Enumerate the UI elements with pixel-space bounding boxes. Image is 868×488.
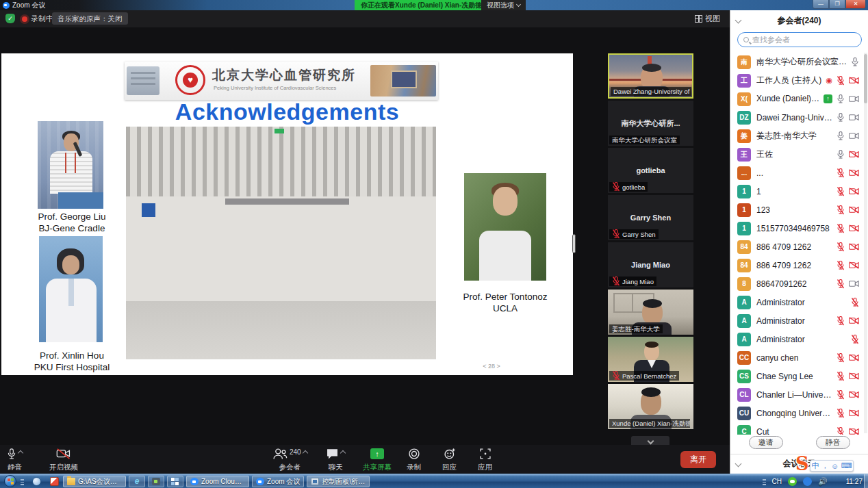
recording-dot-icon [22, 16, 27, 22]
participant-row[interactable]: 工工作人员 (主持人)◉ [730, 71, 865, 90]
photo-peter-tontonoz [464, 173, 546, 281]
participant-row[interactable]: 84886 4709 1262 [730, 256, 865, 274]
meeting-toolbar: 静音 开启视频 240 参会者 聊天 ↑ 共享屏幕 录制 回应 应用 [0, 445, 730, 474]
taskbar-button[interactable]: 控制面板\所有控制... [307, 476, 370, 487]
video-panel-drag-handle[interactable] [572, 234, 576, 253]
participant-row[interactable]: 11515770349469758 [730, 219, 865, 237]
sogou-ime-logo[interactable]: S [795, 454, 809, 473]
video-thumbnail[interactable]: Pascal Bernatchez [608, 337, 693, 382]
start-video-button[interactable]: 开启视频 [49, 448, 78, 472]
participant-row[interactable]: CCut [730, 422, 865, 435]
mic-muted-icon [612, 277, 620, 286]
search-input[interactable] [752, 36, 856, 44]
show-desktop-button[interactable] [864, 474, 868, 488]
participant-row[interactable]: 11 [730, 182, 865, 201]
taskbar-button-icon-only[interactable] [167, 476, 183, 487]
name-thumbnail[interactable]: Garry Shen Garry Shen [608, 195, 693, 240]
chevron-up-icon[interactable] [18, 450, 23, 456]
participant-search-box[interactable] [737, 32, 862, 47]
invite-button[interactable]: 邀请 [749, 436, 783, 449]
participant-row[interactable]: ...... [730, 164, 865, 182]
pinned-app-1[interactable] [30, 476, 42, 487]
participant-row[interactable]: CSChae Syng Lee [730, 367, 865, 385]
participant-avatar: C [737, 425, 751, 435]
taskbar-button[interactable]: G:\AS会议相关资料\... [63, 476, 126, 487]
apps-icon [479, 448, 492, 460]
original-sound-button[interactable]: 音乐家的原声：关闭 [52, 12, 128, 25]
record-label: 录制 [407, 463, 421, 472]
name-thumbnail[interactable]: 南华大学心研所...南华大学心研所会议室 [608, 101, 693, 146]
participants-scrollbar[interactable] [864, 53, 867, 433]
participant-row[interactable]: AAdministrator [730, 330, 865, 348]
record-button[interactable]: 录制 [407, 448, 421, 472]
share-screen-button[interactable]: ↑ 共享屏幕 [363, 448, 392, 472]
participant-row[interactable]: 南南华大学心研所会议室 (我) [730, 53, 865, 71]
ime-punctuation-toggle[interactable]: ， [821, 461, 829, 471]
ime-mode-toggle[interactable]: 中 [812, 461, 819, 471]
participant-row[interactable]: 84886 4709 1262 [730, 237, 865, 256]
system-tray: CH 🔊 11:27 [763, 474, 863, 488]
name-thumbnail[interactable]: gotlieba gotlieba [608, 148, 693, 193]
mute-all-button[interactable]: 静音 [816, 436, 850, 449]
participants-button[interactable]: 240 参会者 [272, 448, 307, 472]
video-thumbnail[interactable]: 姜志胜-南华大学 [608, 290, 693, 335]
recording-label: 录制中 [31, 14, 53, 24]
slide-header-banner: ♥ 北京大学心血管研究所 Peking University Institute… [125, 62, 438, 100]
participant-row[interactable]: 王王佐 [730, 145, 865, 164]
ime-keyboard-button[interactable]: ⌨ [841, 461, 852, 470]
taskbar-button-icon-only[interactable]: e [129, 476, 145, 487]
group-photo [126, 127, 436, 359]
reactions-button[interactable]: 回应 [442, 448, 457, 472]
language-indicator[interactable]: CH [772, 478, 782, 485]
participant-row[interactable]: 姜姜志胜-南华大学 [730, 127, 865, 145]
name-thumbnail[interactable]: Jiang Miao Jiang Miao [608, 242, 693, 287]
participant-row[interactable]: CCcanyu chen [730, 348, 865, 367]
chat-button[interactable]: 聊天 [326, 448, 345, 472]
taskbar-button[interactable]: Zoom 会议 [252, 476, 304, 487]
participant-row[interactable]: CUChongqing University Razi Ullah [730, 404, 865, 422]
participant-avatar: CC [737, 351, 751, 365]
maximize-button[interactable]: ❐ [829, 0, 845, 9]
app-tray-icon[interactable] [803, 477, 812, 486]
participant-name: 886 4709 1262 [756, 242, 834, 252]
participant-row[interactable]: AAdministrator [730, 293, 865, 311]
participant-avatar: A [737, 333, 751, 346]
chevron-up-icon[interactable] [340, 450, 346, 456]
video-thumbnail[interactable]: Xunde (Daniel) Xian-冼勋德 [608, 384, 693, 429]
mic-muted-icon [837, 279, 845, 289]
wechat-tray-icon[interactable] [788, 477, 797, 486]
volume-icon[interactable]: 🔊 [818, 477, 828, 486]
participant-row[interactable]: DZDawei Zhang-University of Albe... [730, 108, 865, 127]
search-icon [743, 37, 749, 42]
pinned-app-2[interactable] [48, 476, 60, 487]
view-options-button[interactable]: 视图选项 [481, 0, 526, 10]
chevron-up-icon[interactable] [302, 450, 307, 456]
label-xinlin-hou: Prof. Xinlin HouPKU First Hospital [10, 350, 134, 373]
participant-name: Administrator [756, 316, 834, 326]
participants-footer: 邀请 静音 [730, 436, 868, 454]
participant-name: Chongqing University Razi Ullah [756, 409, 834, 418]
video-thumbnail[interactable]: Dawei Zhang-University of ... [608, 53, 693, 99]
close-button[interactable]: ✕ [845, 0, 866, 9]
participant-status-icons [851, 298, 859, 307]
leave-meeting-button[interactable]: 离开 [680, 451, 716, 468]
ime-toolbar[interactable]: 中，☺⌨ [810, 460, 854, 472]
participant-row[interactable]: X(Xunde (Daniel) Xian-冼勋德↑ [730, 90, 865, 108]
ime-emoji-button[interactable]: ☺ [831, 462, 839, 470]
minimize-button[interactable]: — [813, 0, 829, 9]
taskbar-button[interactable]: Zoom Cloud Meeti... [186, 476, 249, 487]
participant-row[interactable]: AAdministrator [730, 311, 865, 330]
participant-row[interactable]: CLChanler Li—University of South... [730, 385, 865, 404]
mute-button[interactable]: 静音 [7, 448, 23, 472]
label-peter-tontonoz: Prof. Peter TontonozUCLA [438, 291, 572, 314]
participant-row[interactable]: 1123 [730, 201, 865, 219]
mic-muted-icon [837, 168, 845, 178]
mic-muted-icon [837, 187, 845, 196]
participant-avatar: 1 [737, 222, 751, 235]
apps-button[interactable]: 应用 [478, 448, 492, 472]
view-layout-button[interactable]: 视图 [695, 12, 720, 25]
start-button[interactable] [4, 475, 16, 487]
taskbar-button-icon-only[interactable] [148, 476, 164, 487]
participant-row[interactable]: 888647091262 [730, 274, 865, 293]
lab-logo-image [142, 203, 155, 217]
